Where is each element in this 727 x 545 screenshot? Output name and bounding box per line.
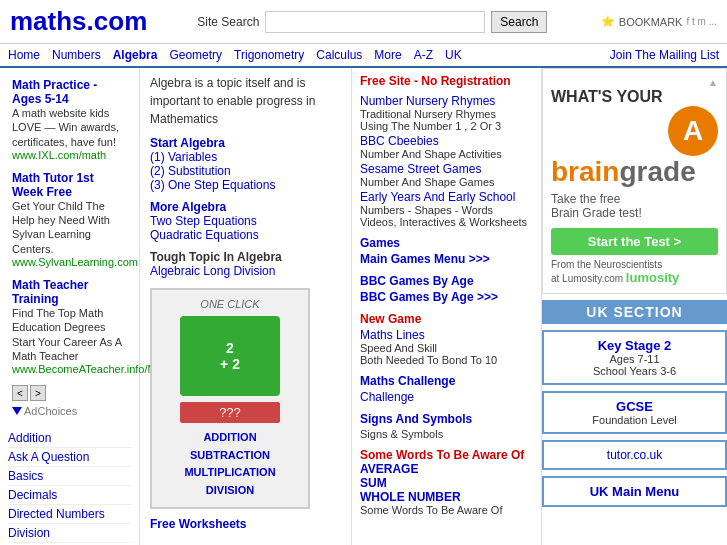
gcse-sub: Foundation Level	[552, 414, 717, 426]
number-nursery-link[interactable]: Number Nursery Rhymes	[360, 94, 533, 108]
cbeebies-sub: Number And Shape Activities	[360, 148, 533, 160]
challenge-link[interactable]: Challenge	[360, 390, 533, 404]
sidebar-link-decimals[interactable]: Decimals	[8, 486, 131, 505]
nav-numbers[interactable]: Numbers	[52, 48, 101, 62]
bbc-games-link[interactable]: BBC Games By Age >>>	[360, 290, 498, 304]
uk-section-header: UK SECTION	[542, 300, 727, 324]
bbc-cbeebies-link[interactable]: BBC Cbeebies	[360, 134, 533, 148]
prev-button[interactable]: <	[12, 385, 28, 401]
word-sum[interactable]: SUM	[360, 476, 533, 490]
gcse-box[interactable]: GCSE Foundation Level	[542, 391, 727, 434]
nav-calculus[interactable]: Calculus	[316, 48, 362, 62]
some-words-label: Some Words To Be Aware Of	[360, 448, 533, 462]
tough-algebra-links: Algebraic Long Division	[150, 264, 341, 278]
ad-title-2[interactable]: Math Tutor 1st Week Free	[12, 171, 127, 199]
ad-url-1: www.IXL.com/math	[12, 149, 127, 161]
nav-trigonometry[interactable]: Trigonometry	[234, 48, 304, 62]
bg-start-button[interactable]: Start the Test >	[551, 228, 718, 255]
nav-az[interactable]: A-Z	[414, 48, 433, 62]
navbar: Home Numbers Algebra Geometry Trigonomet…	[0, 44, 727, 68]
sidebar-link-addition[interactable]: Addition	[8, 429, 131, 448]
ad-text-3: Find The Top Math Education Degrees Star…	[12, 306, 127, 363]
free-site-label: Free Site - No Registration	[360, 74, 533, 88]
one-click-label: ONE CLICK	[160, 298, 300, 310]
tutor-box[interactable]: tutor.co.uk	[542, 440, 727, 470]
start-algebra-links: (1) Variables (2) Substitution (3) One S…	[150, 150, 341, 192]
bg-footer: From the Neuroscientistsat Lumosity.com …	[551, 259, 718, 285]
algebra-link-long-division[interactable]: Algebraic Long Division	[150, 264, 341, 278]
game-number-top: 2	[226, 340, 234, 356]
signs-heading: Signs And Symbols	[360, 412, 533, 426]
algebra-link-substitution[interactable]: (2) Substitution	[150, 164, 341, 178]
sidebar-link-directed[interactable]: Directed Numbers	[8, 505, 131, 524]
sidebar-link-basics[interactable]: Basics	[8, 467, 131, 486]
key-stage-2-years: School Years 3-6	[552, 365, 717, 377]
algebra-link-variables[interactable]: (1) Variables	[150, 150, 341, 164]
bbc-games-heading: BBC Games By Age	[360, 274, 533, 288]
bookmark-area: ⭐ BOOKMARK f t m ...	[601, 15, 717, 28]
nursery-sub: Traditional Nursery RhymesUsing The Numb…	[360, 108, 533, 132]
new-game-label: New Game	[360, 312, 533, 326]
maths-lines-sub: Speed And SkillBoth Needed To Bond To 10	[360, 342, 533, 366]
sesame-street-link[interactable]: Sesame Street Games	[360, 162, 533, 176]
ad-title-3[interactable]: Math Teacher Training	[12, 278, 127, 306]
more-algebra-heading: More Algebra	[150, 200, 341, 214]
game-result: ???	[180, 402, 280, 423]
ads-area: Math Practice - Ages 5-14 A math website…	[8, 74, 131, 421]
free-worksheets[interactable]: Free Worksheets	[150, 517, 341, 531]
sidebar-link-division[interactable]: Division	[8, 524, 131, 543]
ad-choices[interactable]: AdChoices	[12, 405, 127, 417]
start-algebra-heading: Start Algebra	[150, 136, 341, 150]
search-input[interactable]	[265, 11, 485, 33]
ad-text-1: A math website kids LOVE — Win awards, c…	[12, 106, 127, 149]
key-stage-2-title: Key Stage 2	[552, 338, 717, 353]
bg-brain-text: brain	[551, 156, 619, 187]
mailing-list-link[interactable]: Join The Mailing List	[610, 48, 719, 62]
word-whole-number[interactable]: WHOLE NUMBER	[360, 490, 533, 504]
algebra-link-quadratic[interactable]: Quadratic Equations	[150, 228, 341, 242]
ad-title-1[interactable]: Math Practice - Ages 5-14	[12, 78, 127, 106]
nav-uk[interactable]: UK	[445, 48, 462, 62]
uk-main-menu-title: UK Main Menu	[552, 484, 717, 499]
challenge-heading: Maths Challenge	[360, 374, 533, 388]
algebra-intro: Algebra is a topic itself and is importa…	[150, 74, 341, 128]
maths-lines-link[interactable]: Maths Lines	[360, 328, 533, 342]
games-heading: Games	[360, 236, 533, 250]
bg-grade-text: grade	[619, 156, 695, 187]
bookmark-label[interactable]: BOOKMARK	[619, 16, 683, 28]
bg-desc: Take the freeBrain Grade test!	[551, 192, 718, 220]
prev-next-buttons: < >	[12, 385, 127, 401]
main-games-link[interactable]: Main Games Menu >>>	[360, 252, 490, 266]
game-labels[interactable]: ADDITIONSUBTRACTIONMULTIPLICATIONDIVISIO…	[160, 429, 300, 499]
ad-item-2: Math Tutor 1st Week Free Get Your Child …	[12, 171, 127, 268]
key-stage-2-box[interactable]: Key Stage 2 Ages 7-11 School Years 3-6	[542, 330, 727, 385]
ad-badge: ▲	[551, 77, 718, 88]
game-box[interactable]: ONE CLICK 2 + 2 ??? ADDITIONSUBTRACTIONM…	[150, 288, 310, 509]
tough-topic-label: Tough Topic In Algebra	[150, 250, 341, 264]
next-button[interactable]: >	[30, 385, 46, 401]
algebra-link-two-step[interactable]: Two Step Equations	[150, 214, 341, 228]
nav-algebra[interactable]: Algebra	[113, 48, 158, 62]
left-sidebar: Math Practice - Ages 5-14 A math website…	[0, 68, 140, 545]
tutor-link[interactable]: tutor.co.uk	[607, 448, 662, 462]
algebra-link-one-step[interactable]: (3) One Step Equations	[150, 178, 341, 192]
social-icons: f t m ...	[686, 16, 717, 27]
site-logo[interactable]: maths.com	[10, 6, 147, 37]
sesame-sub: Number And Shape Games	[360, 176, 533, 188]
nav-geometry[interactable]: Geometry	[169, 48, 222, 62]
nav-more[interactable]: More	[374, 48, 401, 62]
sidebar-links: Addition Ask A Question Basics Decimals …	[8, 429, 131, 545]
right-col: Free Site - No Registration Number Nurse…	[352, 68, 542, 545]
search-button[interactable]: Search	[491, 11, 547, 33]
sidebar-link-ask[interactable]: Ask A Question	[8, 448, 131, 467]
word-average[interactable]: AVERAGE	[360, 462, 533, 476]
some-words-sub: Some Words To Be Aware Of	[360, 504, 533, 516]
game-visual: 2 + 2	[180, 316, 280, 396]
bg-whats-your: WHAT'S YOUR	[551, 88, 718, 106]
center-content: Algebra is a topic itself and is importa…	[140, 68, 352, 545]
nav-home[interactable]: Home	[8, 48, 40, 62]
early-years-sub: Numbers - Shapes - WordsVideos, Interact…	[360, 204, 533, 228]
early-years-link[interactable]: Early Years And Early School	[360, 190, 533, 204]
uk-main-menu-box[interactable]: UK Main Menu	[542, 476, 727, 507]
search-area: Site Search Search	[197, 11, 547, 33]
